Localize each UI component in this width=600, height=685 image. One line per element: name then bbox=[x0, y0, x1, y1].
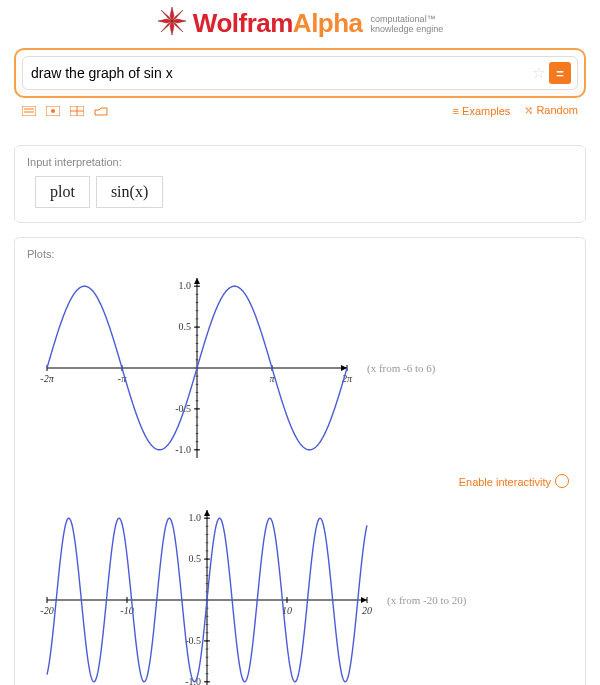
input-interpretation-panel: Input interpretation: plot sin(x) bbox=[14, 145, 586, 223]
svg-rect-8 bbox=[22, 106, 36, 116]
spikey-icon bbox=[157, 6, 187, 40]
favorite-icon[interactable]: ☆ bbox=[532, 64, 545, 82]
svg-text:-0.5: -0.5 bbox=[185, 635, 201, 646]
input-mode-toolbar bbox=[22, 106, 108, 116]
svg-marker-59 bbox=[361, 597, 367, 603]
svg-text:-2π: -2π bbox=[40, 373, 54, 384]
panel-title: Input interpretation: bbox=[27, 156, 573, 168]
panel-title: Plots: bbox=[27, 248, 573, 260]
svg-text:1.0: 1.0 bbox=[179, 280, 192, 291]
header: WolframAlpha computational™ knowledge en… bbox=[0, 0, 600, 48]
svg-text:-1.0: -1.0 bbox=[175, 444, 191, 455]
plot-small-domain: -1.0-0.50.51.0-2π-ππ2π bbox=[27, 268, 367, 468]
svg-text:0.5: 0.5 bbox=[189, 553, 202, 564]
search-container: ☆ = bbox=[14, 48, 586, 98]
svg-text:1.0: 1.0 bbox=[189, 512, 202, 523]
svg-point-12 bbox=[51, 109, 55, 113]
svg-marker-60 bbox=[204, 510, 210, 516]
random-link[interactable]: Random bbox=[524, 104, 578, 117]
plot-large-domain: -1.0-0.50.51.0-20-101020 bbox=[27, 500, 387, 685]
search-row: ☆ = bbox=[22, 56, 578, 90]
brand-text: WolframAlpha bbox=[193, 8, 363, 39]
plot-caption: (x from -6 to 6) bbox=[367, 362, 435, 374]
svg-text:20: 20 bbox=[362, 605, 372, 616]
svg-text:-20: -20 bbox=[40, 605, 53, 616]
interpretation-token: sin(x) bbox=[96, 176, 163, 208]
plot-caption: (x from -20 to 20) bbox=[387, 594, 466, 606]
search-input[interactable] bbox=[29, 61, 528, 85]
refresh-icon bbox=[555, 474, 569, 488]
image-input-icon[interactable] bbox=[46, 106, 60, 116]
svg-text:0.5: 0.5 bbox=[179, 321, 192, 332]
interpretation-token: plot bbox=[35, 176, 90, 208]
keyboard-icon[interactable] bbox=[22, 106, 36, 116]
plots-panel: Plots: -1.0-0.50.51.0-2π-ππ2π (x from -6… bbox=[14, 237, 586, 685]
examples-link[interactable]: Examples bbox=[453, 105, 511, 117]
enable-interactivity-link[interactable]: Enable interactivity bbox=[27, 474, 569, 488]
data-input-icon[interactable] bbox=[70, 106, 84, 116]
tagline: computational™ knowledge engine bbox=[371, 15, 444, 35]
logo[interactable]: WolframAlpha computational™ knowledge en… bbox=[157, 6, 443, 40]
submit-button[interactable]: = bbox=[549, 62, 571, 84]
svg-marker-19 bbox=[194, 278, 200, 284]
file-upload-icon[interactable] bbox=[94, 106, 108, 116]
